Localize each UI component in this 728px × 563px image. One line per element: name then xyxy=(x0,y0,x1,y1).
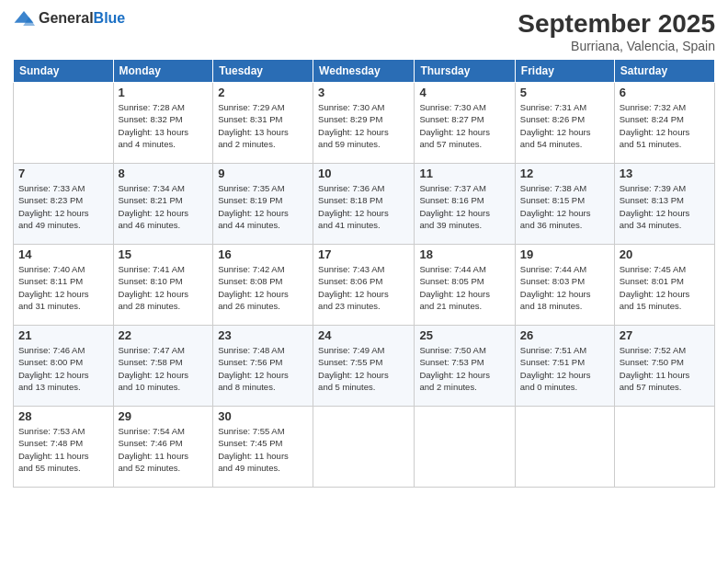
table-row: 26Sunrise: 7:51 AMSunset: 7:51 PMDayligh… xyxy=(515,326,614,407)
col-sunday: Sunday xyxy=(14,60,114,83)
col-friday: Friday xyxy=(515,60,614,83)
col-tuesday: Tuesday xyxy=(213,60,313,83)
table-row xyxy=(515,407,614,488)
day-info: Sunrise: 7:48 AMSunset: 7:56 PMDaylight:… xyxy=(218,344,308,393)
table-row: 13Sunrise: 7:39 AMSunset: 8:13 PMDayligh… xyxy=(614,164,714,245)
calendar-week-4: 28Sunrise: 7:53 AMSunset: 7:48 PMDayligh… xyxy=(14,407,715,488)
day-info: Sunrise: 7:43 AMSunset: 8:06 PMDaylight:… xyxy=(318,263,409,312)
day-info: Sunrise: 7:36 AMSunset: 8:18 PMDaylight:… xyxy=(318,182,409,231)
day-info: Sunrise: 7:37 AMSunset: 8:16 PMDaylight:… xyxy=(419,182,509,231)
day-number: 28 xyxy=(18,409,108,423)
calendar-header-row: Sunday Monday Tuesday Wednesday Thursday… xyxy=(14,60,715,83)
day-number: 15 xyxy=(119,247,209,261)
day-number: 9 xyxy=(218,167,308,180)
table-row: 16Sunrise: 7:42 AMSunset: 8:08 PMDayligh… xyxy=(213,245,313,326)
header: GeneralBlue September 2025 Burriana, Val… xyxy=(13,9,715,53)
logo: GeneralBlue xyxy=(13,9,125,28)
col-thursday: Thursday xyxy=(415,60,515,83)
calendar-week-2: 14Sunrise: 7:40 AMSunset: 8:11 PMDayligh… xyxy=(14,245,715,326)
day-info: Sunrise: 7:35 AMSunset: 8:19 PMDaylight:… xyxy=(218,182,308,231)
day-number: 30 xyxy=(218,409,308,423)
day-number: 14 xyxy=(18,247,108,261)
day-info: Sunrise: 7:30 AMSunset: 8:29 PMDaylight:… xyxy=(318,101,409,150)
day-number: 12 xyxy=(520,167,609,180)
day-number: 1 xyxy=(119,86,209,99)
table-row: 17Sunrise: 7:43 AMSunset: 8:06 PMDayligh… xyxy=(313,245,415,326)
calendar-week-0: 1Sunrise: 7:28 AMSunset: 8:32 PMDaylight… xyxy=(14,83,715,164)
table-row: 1Sunrise: 7:28 AMSunset: 8:32 PMDaylight… xyxy=(113,83,213,164)
day-number: 4 xyxy=(419,86,509,99)
day-number: 22 xyxy=(119,328,209,342)
day-info: Sunrise: 7:42 AMSunset: 8:08 PMDaylight:… xyxy=(218,263,308,312)
month-title: September 2025 xyxy=(518,9,715,39)
table-row: 28Sunrise: 7:53 AMSunset: 7:48 PMDayligh… xyxy=(14,407,114,488)
day-number: 26 xyxy=(520,328,609,342)
day-number: 13 xyxy=(620,167,710,180)
table-row xyxy=(415,407,515,488)
day-number: 17 xyxy=(318,247,409,261)
table-row: 6Sunrise: 7:32 AMSunset: 8:24 PMDaylight… xyxy=(614,83,714,164)
day-info: Sunrise: 7:52 AMSunset: 7:50 PMDaylight:… xyxy=(620,344,710,393)
table-row xyxy=(14,83,114,164)
day-number: 2 xyxy=(218,86,308,99)
day-info: Sunrise: 7:49 AMSunset: 7:55 PMDaylight:… xyxy=(318,344,409,393)
table-row: 7Sunrise: 7:33 AMSunset: 8:23 PMDaylight… xyxy=(14,164,114,245)
day-number: 24 xyxy=(318,328,409,342)
day-info: Sunrise: 7:55 AMSunset: 7:45 PMDaylight:… xyxy=(218,425,308,474)
calendar: Sunday Monday Tuesday Wednesday Thursday… xyxy=(13,59,715,488)
day-number: 25 xyxy=(419,328,509,342)
day-number: 10 xyxy=(318,167,409,180)
table-row: 11Sunrise: 7:37 AMSunset: 8:16 PMDayligh… xyxy=(415,164,515,245)
day-number: 16 xyxy=(218,247,308,261)
table-row xyxy=(313,407,415,488)
table-row: 4Sunrise: 7:30 AMSunset: 8:27 PMDaylight… xyxy=(415,83,515,164)
table-row: 15Sunrise: 7:41 AMSunset: 8:10 PMDayligh… xyxy=(113,245,213,326)
day-info: Sunrise: 7:46 AMSunset: 8:00 PMDaylight:… xyxy=(18,344,108,393)
day-number: 27 xyxy=(620,328,710,342)
table-row: 2Sunrise: 7:29 AMSunset: 8:31 PMDaylight… xyxy=(213,83,313,164)
page: GeneralBlue September 2025 Burriana, Val… xyxy=(0,0,728,563)
day-info: Sunrise: 7:54 AMSunset: 7:46 PMDaylight:… xyxy=(119,425,209,474)
table-row: 10Sunrise: 7:36 AMSunset: 8:18 PMDayligh… xyxy=(313,164,415,245)
table-row: 14Sunrise: 7:40 AMSunset: 8:11 PMDayligh… xyxy=(14,245,114,326)
day-info: Sunrise: 7:31 AMSunset: 8:26 PMDaylight:… xyxy=(520,101,609,150)
day-number: 29 xyxy=(119,409,209,423)
table-row: 21Sunrise: 7:46 AMSunset: 8:00 PMDayligh… xyxy=(14,326,114,407)
day-info: Sunrise: 7:34 AMSunset: 8:21 PMDaylight:… xyxy=(119,182,209,231)
day-info: Sunrise: 7:39 AMSunset: 8:13 PMDaylight:… xyxy=(620,182,710,231)
table-row: 29Sunrise: 7:54 AMSunset: 7:46 PMDayligh… xyxy=(113,407,213,488)
col-wednesday: Wednesday xyxy=(313,60,415,83)
day-info: Sunrise: 7:47 AMSunset: 7:58 PMDaylight:… xyxy=(119,344,209,393)
table-row: 23Sunrise: 7:48 AMSunset: 7:56 PMDayligh… xyxy=(213,326,313,407)
table-row: 24Sunrise: 7:49 AMSunset: 7:55 PMDayligh… xyxy=(313,326,415,407)
logo-blue: Blue xyxy=(94,10,126,26)
day-info: Sunrise: 7:41 AMSunset: 8:10 PMDaylight:… xyxy=(119,263,209,312)
day-number: 21 xyxy=(18,328,108,342)
day-info: Sunrise: 7:38 AMSunset: 8:15 PMDaylight:… xyxy=(520,182,609,231)
day-info: Sunrise: 7:28 AMSunset: 8:32 PMDaylight:… xyxy=(119,101,209,150)
table-row: 25Sunrise: 7:50 AMSunset: 7:53 PMDayligh… xyxy=(415,326,515,407)
day-info: Sunrise: 7:53 AMSunset: 7:48 PMDaylight:… xyxy=(18,425,108,474)
day-info: Sunrise: 7:44 AMSunset: 8:03 PMDaylight:… xyxy=(520,263,609,312)
logo-text: GeneralBlue xyxy=(39,10,125,27)
day-info: Sunrise: 7:50 AMSunset: 7:53 PMDaylight:… xyxy=(419,344,509,393)
day-number: 3 xyxy=(318,86,409,99)
day-info: Sunrise: 7:51 AMSunset: 7:51 PMDaylight:… xyxy=(520,344,609,393)
day-info: Sunrise: 7:40 AMSunset: 8:11 PMDaylight:… xyxy=(18,263,108,312)
logo-icon xyxy=(13,9,35,28)
table-row: 8Sunrise: 7:34 AMSunset: 8:21 PMDaylight… xyxy=(113,164,213,245)
table-row: 18Sunrise: 7:44 AMSunset: 8:05 PMDayligh… xyxy=(415,245,515,326)
day-number: 11 xyxy=(419,167,509,180)
title-block: September 2025 Burriana, Valencia, Spain xyxy=(518,9,715,53)
calendar-week-3: 21Sunrise: 7:46 AMSunset: 8:00 PMDayligh… xyxy=(14,326,715,407)
calendar-week-1: 7Sunrise: 7:33 AMSunset: 8:23 PMDaylight… xyxy=(14,164,715,245)
table-row: 19Sunrise: 7:44 AMSunset: 8:03 PMDayligh… xyxy=(515,245,614,326)
table-row: 30Sunrise: 7:55 AMSunset: 7:45 PMDayligh… xyxy=(213,407,313,488)
table-row: 22Sunrise: 7:47 AMSunset: 7:58 PMDayligh… xyxy=(113,326,213,407)
table-row xyxy=(614,407,714,488)
day-info: Sunrise: 7:30 AMSunset: 8:27 PMDaylight:… xyxy=(419,101,509,150)
table-row: 27Sunrise: 7:52 AMSunset: 7:50 PMDayligh… xyxy=(614,326,714,407)
logo-general: General xyxy=(39,10,94,26)
day-number: 8 xyxy=(119,167,209,180)
table-row: 3Sunrise: 7:30 AMSunset: 8:29 PMDaylight… xyxy=(313,83,415,164)
